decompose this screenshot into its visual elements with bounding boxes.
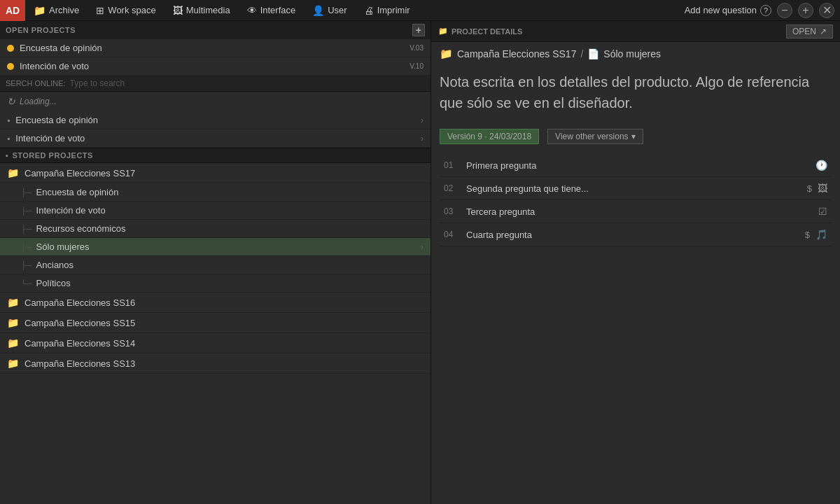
nav-workspace[interactable]: ⊞ Work space [88, 0, 164, 21]
nav-interface-label: Interface [260, 5, 296, 15]
child-encuesta-name: Encuesta de opinión [36, 187, 119, 197]
tree-connector: ├─ [21, 188, 32, 197]
question-num-2: 02 [444, 183, 459, 193]
details-header-label: 📁 PROJECT DETAILS [438, 27, 522, 36]
version-row: Versión 9 · 24/03/2018 View other versio… [431, 125, 840, 148]
question-icons-3: ☑ [818, 206, 827, 217]
question-row-4[interactable]: 04 Cuarta pregunta $ 🎵 [440, 223, 832, 246]
nav-user-label: User [328, 5, 346, 15]
main-layout: OPEN PROJECTS + Encuesta de opinión V.03… [0, 21, 840, 504]
clock-icon: 🕐 [816, 160, 827, 171]
folder-icon-ss15: 📁 [7, 317, 19, 328]
version-badge[interactable]: Versión 9 · 24/03/2018 [440, 129, 539, 144]
check-icon: ☑ [818, 206, 827, 217]
nav-right: Add new question ? − + ✕ [685, 3, 840, 18]
child-politicos[interactable]: └─ Políticos [0, 274, 430, 293]
tree-connector-3: ├─ [21, 225, 32, 233]
nav-archive[interactable]: 📁 Archive [25, 0, 88, 21]
chevron-right-icon: › [421, 115, 424, 125]
question-text-2: Segunda pregunta que tiene... [466, 183, 800, 194]
child-solo-mujeres-name: Sólo mujeres [36, 241, 90, 252]
tree-connector-6: └─ [21, 279, 32, 288]
question-num-4: 04 [444, 230, 459, 239]
logo-button[interactable]: AD [0, 0, 25, 21]
add-open-project-button[interactable]: + [412, 24, 425, 36]
nav-imprimir[interactable]: 🖨 Imprimir [356, 0, 419, 21]
child-politicos-name: Políticos [36, 278, 71, 288]
question-row-1[interactable]: 01 Primera pregunta 🕐 [440, 154, 832, 177]
breadcrumb-file-name: Sólo mujeres [603, 48, 661, 59]
add-question-button[interactable]: Add new question ? [685, 5, 771, 16]
view-other-versions-button[interactable]: View other versions ▾ [547, 129, 643, 144]
help-icon[interactable]: ? [760, 5, 771, 16]
folder-ss16[interactable]: 📁 Campaña Elecciones SS16 [0, 293, 430, 313]
image-icon: 🖼 [818, 183, 827, 194]
child-recursos[interactable]: ├─ Recursos económicos [0, 220, 430, 238]
nav-multimedia[interactable]: 🖼 Multimedia [164, 0, 239, 21]
child-solo-mujeres[interactable]: ├─ Sólo mujeres › [0, 238, 430, 256]
breadcrumb-file-icon: 📄 [587, 48, 599, 59]
project-dot-intencion [7, 63, 14, 70]
stored-projects-icon: ▪ [6, 151, 8, 160]
tree-connector-5: ├─ [21, 261, 32, 270]
breadcrumb-folder-name: Campaña Elecciones SS17 [457, 48, 576, 59]
interface-icon: 👁 [247, 5, 257, 16]
question-row-3[interactable]: 03 Tercera pregunta ☑ [440, 200, 832, 223]
child-ancianos[interactable]: ├─ Ancianos [0, 256, 430, 274]
folder-ss14[interactable]: 📁 Campaña Elecciones SS14 [0, 333, 430, 354]
loading-text: Loading... [20, 97, 57, 106]
details-header: 📁 PROJECT DETAILS OPEN ↗ [431, 21, 840, 42]
right-panel: 📁 PROJECT DETAILS OPEN ↗ 📁 Campaña Elecc… [431, 21, 840, 504]
question-row-2[interactable]: 02 Segunda pregunta que tiene... $ 🖼 [440, 177, 832, 200]
tree-connector-4: ├─ [21, 243, 32, 251]
open-project-intencion-name: Intención de voto [20, 61, 89, 71]
online-result-intencion[interactable]: ▪ Intención de voto › [0, 130, 430, 148]
folder-ss14-name: Campaña Elecciones SS14 [24, 338, 135, 349]
online-result-intencion-name: Intención de voto [15, 133, 85, 144]
folder-ss13[interactable]: 📁 Campaña Elecciones SS13 [0, 354, 430, 374]
chevron-down-icon: ▾ [631, 132, 636, 141]
project-dot-encuesta [7, 45, 14, 52]
chevron-right-solo-mujeres: › [421, 242, 424, 252]
tree-connector-2: ├─ [21, 206, 32, 215]
stored-projects-header: ▪ STORED PROJECTS [0, 148, 430, 163]
nav-multimedia-label: Multimedia [186, 5, 230, 15]
folder-ss15-name: Campaña Elecciones SS15 [24, 318, 135, 328]
tree-container: 📁 Campaña Elecciones SS17 ├─ Encuesta de… [0, 163, 430, 504]
folder-ss17[interactable]: 📁 Campaña Elecciones SS17 [0, 163, 430, 183]
online-result-encuesta-name: Encuesta de opinión [15, 115, 98, 125]
workspace-icon: ⊞ [96, 5, 104, 16]
open-project-intencion[interactable]: Intención de voto V.10 [0, 57, 430, 76]
other-versions-label: View other versions [555, 132, 629, 141]
nav-interface[interactable]: 👁 Interface [239, 0, 304, 21]
child-encuesta[interactable]: ├─ Encuesta de opinión [0, 183, 430, 202]
folder-ss17-name: Campaña Elecciones SS17 [24, 168, 135, 178]
folder-ss15[interactable]: 📁 Campaña Elecciones SS15 [0, 313, 430, 333]
child-ancianos-name: Ancianos [36, 260, 74, 270]
result-doc-icon: ▪ [7, 115, 10, 125]
top-nav: AD 📁 Archive ⊞ Work space 🖼 Multimedia 👁… [0, 0, 840, 21]
nav-user[interactable]: 👤 User [304, 0, 355, 21]
nav-workspace-label: Work space [108, 5, 155, 15]
archive-icon: 📁 [34, 5, 46, 16]
child-intencion[interactable]: ├─ Intención de voto [0, 202, 430, 220]
user-icon: 👤 [312, 5, 324, 16]
close-button[interactable]: ✕ [819, 3, 834, 18]
folder-ss16-name: Campaña Elecciones SS16 [24, 298, 135, 308]
folder-ss13-name: Campaña Elecciones SS13 [24, 358, 135, 369]
loading-row: ↻ Loading... [0, 92, 430, 111]
maximize-button[interactable]: + [798, 3, 813, 18]
online-result-encuesta[interactable]: ▪ Encuesta de opinión › [0, 111, 430, 130]
search-input[interactable] [70, 78, 425, 88]
minimize-button[interactable]: − [777, 3, 792, 18]
open-projects-header: OPEN PROJECTS + [0, 21, 430, 39]
question-icons-4: $ 🎵 [805, 229, 827, 240]
open-project-encuesta-version: V.03 [410, 44, 424, 52]
open-button[interactable]: OPEN ↗ [786, 24, 833, 38]
left-panel: OPEN PROJECTS + Encuesta de opinión V.03… [0, 21, 431, 504]
chevron-right-icon-2: › [421, 134, 424, 144]
search-label: SERCH ONLINE: [6, 79, 66, 88]
folder-icon-ss13: 📁 [7, 358, 19, 369]
open-project-encuesta[interactable]: Encuesta de opinión V.03 [0, 39, 430, 57]
questions-table: 01 Primera pregunta 🕐 02 Segunda pregunt… [440, 154, 832, 246]
